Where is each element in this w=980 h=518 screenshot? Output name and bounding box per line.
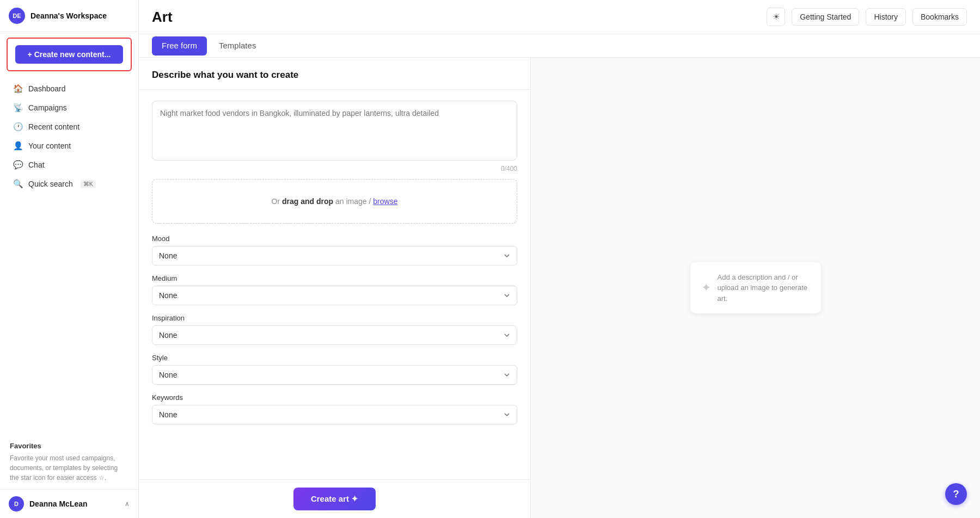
sidebar-item-label: Dashboard <box>28 84 66 93</box>
preview-panel: ✦ Add a description and / or upload an i… <box>531 58 980 518</box>
preview-hint-icon: ✦ <box>701 281 711 295</box>
sidebar-item-dashboard[interactable]: 🏠 Dashboard <box>3 79 135 98</box>
help-button[interactable]: ? <box>945 483 967 505</box>
sidebar-item-campaigns[interactable]: 📡 Campaigns <box>3 98 135 117</box>
prompt-textarea[interactable] <box>152 101 517 161</box>
sidebar-header: DE Deanna's Workspace <box>0 0 138 32</box>
sidebar-item-chat[interactable]: 💬 Chat <box>3 156 135 174</box>
workspace-avatar: DE <box>9 8 25 24</box>
tab-templates[interactable]: Templates <box>209 34 266 58</box>
medium-label: Medium <box>152 274 517 282</box>
getting-started-button[interactable]: Getting Started <box>792 8 859 26</box>
char-count: 0/400 <box>152 165 517 172</box>
tabs-bar: Free form Templates <box>139 34 980 58</box>
main-content: Art ☀ Getting Started History Bookmarks … <box>139 0 980 518</box>
sidebar-item-your-content[interactable]: 👤 Your content <box>3 137 135 155</box>
recent-icon: 🕐 <box>13 122 23 132</box>
sidebar-nav: 🏠 Dashboard 📡 Campaigns 🕐 Recent content… <box>0 77 138 435</box>
chevron-up-icon[interactable]: ∧ <box>125 500 130 508</box>
form-panel: Describe what you want to create 0/400 O… <box>139 58 531 518</box>
page-title: Art <box>152 9 173 26</box>
favorites-section: Favorites Favorite your most used campai… <box>0 435 138 489</box>
medium-field-group: Medium None <box>152 274 517 305</box>
form-section-title: Describe what you want to create <box>139 58 530 90</box>
preview-hint-text: Add a description and / or upload an ima… <box>718 272 810 304</box>
browse-link[interactable]: browse <box>373 197 397 206</box>
sidebar-item-label: Chat <box>28 161 45 169</box>
bookmarks-button[interactable]: Bookmarks <box>912 8 967 26</box>
inspiration-select[interactable]: None <box>152 325 517 345</box>
favorites-description: Favorite your most used campaigns, docum… <box>10 453 128 483</box>
sidebar-item-quick-search[interactable]: 🔍 Quick search ⌘K <box>3 175 135 193</box>
sidebar-item-label: Quick search <box>28 180 73 188</box>
favorites-title: Favorites <box>10 442 128 450</box>
style-select[interactable]: None <box>152 365 517 385</box>
drop-zone-text-before: Or <box>272 197 282 206</box>
topbar-actions: ☀ Getting Started History Bookmarks <box>767 8 967 26</box>
inspiration-label: Inspiration <box>152 314 517 322</box>
user-info: D Deanna McLean <box>9 496 88 511</box>
user-name: Deanna McLean <box>29 499 88 508</box>
form-inner: 0/400 Or drag and drop an image / browse… <box>139 90 530 488</box>
search-icon: 🔍 <box>13 179 23 189</box>
light-icon: ☀ <box>773 12 780 22</box>
history-button[interactable]: History <box>866 8 906 26</box>
create-art-bar: Create art ✦ <box>139 479 530 518</box>
medium-select[interactable]: None <box>152 286 517 305</box>
drop-zone-bold: drag and drop <box>282 197 333 206</box>
sidebar-item-recent-content[interactable]: 🕐 Recent content <box>3 118 135 136</box>
create-art-button[interactable]: Create art ✦ <box>293 488 376 510</box>
sidebar: DE Deanna's Workspace + Create new conte… <box>0 0 139 518</box>
mood-field-group: Mood None <box>152 235 517 266</box>
sidebar-item-label: Your content <box>28 141 71 150</box>
content-area: Describe what you want to create 0/400 O… <box>139 58 980 518</box>
style-field-group: Style None <box>152 354 517 385</box>
sidebar-footer: D Deanna McLean ∧ <box>0 489 138 518</box>
campaigns-icon: 📡 <box>13 103 23 113</box>
user-avatar: D <box>9 496 24 511</box>
preview-hint: ✦ Add a description and / or upload an i… <box>690 262 821 314</box>
keywords-field-group: Keywords None <box>152 393 517 424</box>
topbar: Art ☀ Getting Started History Bookmarks <box>139 0 980 34</box>
dashboard-icon: 🏠 <box>13 84 23 94</box>
theme-toggle-button[interactable]: ☀ <box>767 8 785 26</box>
sidebar-item-label: Campaigns <box>28 103 67 112</box>
sidebar-item-label: Recent content <box>28 122 79 131</box>
inspiration-field-group: Inspiration None <box>152 314 517 345</box>
mood-select[interactable]: None <box>152 246 517 266</box>
chat-icon: 💬 <box>13 160 23 170</box>
create-new-content-button[interactable]: + Create new content... <box>15 45 123 64</box>
image-drop-zone[interactable]: Or drag and drop an image / browse <box>152 179 517 224</box>
your-content-icon: 👤 <box>13 141 23 151</box>
keyboard-shortcut: ⌘K <box>81 180 96 188</box>
keywords-label: Keywords <box>152 393 517 402</box>
mood-label: Mood <box>152 235 517 243</box>
drop-zone-text-middle: an image / <box>333 197 373 206</box>
style-label: Style <box>152 354 517 362</box>
create-btn-wrapper: + Create new content... <box>7 38 132 71</box>
keywords-select[interactable]: None <box>152 405 517 424</box>
workspace-name: Deanna's Workspace <box>30 11 107 20</box>
tab-free-form[interactable]: Free form <box>152 36 207 55</box>
